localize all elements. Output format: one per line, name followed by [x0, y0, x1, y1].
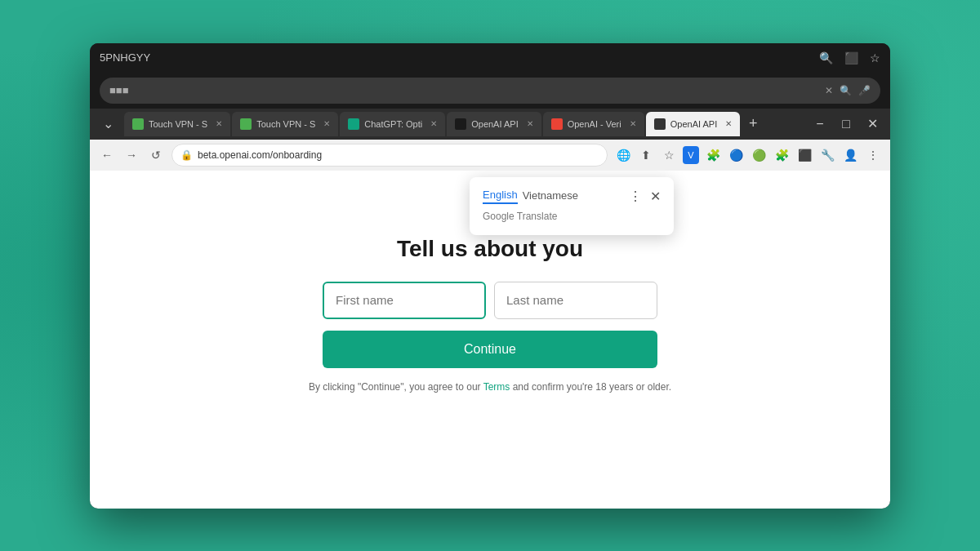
- cast-icon[interactable]: ⬛: [844, 51, 858, 64]
- translate-close-icon[interactable]: ✕: [650, 189, 661, 204]
- tab-label-3: ChatGPT: Opti: [364, 119, 422, 129]
- extension-4-icon[interactable]: 🧩: [773, 146, 791, 164]
- tab-gmail[interactable]: OpenAI - Veri ✕: [543, 112, 644, 136]
- tab-close-6[interactable]: ✕: [725, 119, 732, 128]
- extension-2-icon[interactable]: 🔵: [727, 146, 745, 164]
- tab-openai-api-1[interactable]: OpenAI API ✕: [447, 112, 541, 136]
- maximize-btn[interactable]: □: [835, 113, 858, 136]
- tab-openai-api-active[interactable]: OpenAI API ✕: [646, 112, 740, 136]
- tab-label-4: OpenAI API: [471, 119, 518, 129]
- tab-favicon-vpn-1: [132, 118, 144, 130]
- system-bar-icons: 🔍 ⬛ ☆: [819, 51, 880, 64]
- star-icon[interactable]: ☆: [660, 146, 678, 164]
- reload-icon[interactable]: ↺: [147, 146, 165, 164]
- tab-touch-vpn-1[interactable]: Touch VPN - S ✕: [124, 112, 230, 136]
- terms-text: By clicking "Continue", you agree to our…: [309, 380, 671, 395]
- tab-label-2: Touch VPN - S: [256, 119, 315, 129]
- name-fields: [323, 282, 657, 319]
- tab-chevron-btn[interactable]: ⌄: [96, 113, 119, 136]
- translate-icon[interactable]: 🌐: [614, 146, 632, 164]
- puzzle-icon[interactable]: 🔧: [818, 146, 836, 164]
- extension-1-icon[interactable]: 🧩: [704, 146, 722, 164]
- lock-icon: 🔒: [180, 149, 193, 161]
- translate-brand: Google Translate: [483, 211, 661, 222]
- terms-prefix: By clicking "Continue", you agree to our: [309, 381, 483, 393]
- tab-close-5[interactable]: ✕: [630, 119, 636, 128]
- tab-favicon-vpn-2: [240, 118, 252, 130]
- continue-button[interactable]: Continue: [323, 331, 657, 368]
- translate-popup: English Vietnamese ⋮ ✕ Google Translate: [470, 177, 674, 235]
- tabs-row: ⌄ Touch VPN - S ✕ Touch VPN - S ✕ ChatGP…: [90, 109, 890, 140]
- translate-tab-vietnamese[interactable]: Vietnamese: [523, 189, 578, 203]
- url-bar[interactable]: 🔒 beta.openai.com/onboarding: [172, 144, 608, 167]
- translate-options-icon[interactable]: ⋮: [629, 189, 642, 204]
- search-icon[interactable]: 🔍: [819, 51, 833, 64]
- tab-favicon-gmail: [551, 118, 563, 130]
- last-name-input[interactable]: [494, 282, 657, 319]
- minimize-btn[interactable]: −: [808, 113, 831, 136]
- tab-close-1[interactable]: ✕: [216, 119, 222, 128]
- tab-chatgpt[interactable]: ChatGPT: Opti ✕: [340, 112, 445, 136]
- tab-label-6: OpenAI API: [670, 119, 717, 129]
- new-tab-button[interactable]: +: [742, 113, 764, 136]
- terms-link[interactable]: Terms: [483, 381, 510, 393]
- tab-close-4[interactable]: ✕: [527, 119, 533, 128]
- search-address-icon[interactable]: 🔍: [840, 85, 852, 96]
- system-bar: 5PNHGYY 🔍 ⬛ ☆: [90, 43, 890, 73]
- translate-header: English Vietnamese ⋮ ✕: [483, 189, 661, 204]
- tab-favicon-openai-1: [455, 118, 466, 130]
- account-icon[interactable]: 👤: [841, 146, 859, 164]
- shield-icon[interactable]: V: [683, 146, 699, 164]
- address-text: ■■■: [109, 84, 818, 96]
- first-name-input[interactable]: [323, 282, 486, 319]
- tab-close-3[interactable]: ✕: [430, 119, 437, 128]
- extension-3-icon[interactable]: 🟢: [750, 146, 768, 164]
- toolbar-icons-right: 🌐 ⬆ ☆ V 🧩 🔵 🟢 🧩 ⬛ 🔧 👤 ⋮: [614, 146, 882, 164]
- back-icon[interactable]: ←: [98, 146, 116, 164]
- share-icon[interactable]: ⬆: [637, 146, 655, 164]
- tab-favicon-openai-active: [654, 118, 666, 130]
- browser-toolbar: ← → ↺ 🔒 beta.openai.com/onboarding 🌐 ⬆ ☆…: [90, 140, 890, 171]
- mic-icon[interactable]: 🎤: [858, 85, 871, 96]
- translate-tab-english[interactable]: English: [483, 189, 518, 204]
- tab-favicon-chatgpt: [348, 118, 359, 130]
- close-address-icon[interactable]: ✕: [825, 85, 833, 96]
- tab-nav-right: − □ ✕: [808, 113, 884, 136]
- page-title: Tell us about you: [397, 236, 583, 262]
- tab-label-5: OpenAI - Veri: [568, 119, 621, 129]
- tab-label-1: Touch VPN - S: [149, 119, 207, 129]
- bookmark-icon[interactable]: ☆: [870, 51, 880, 64]
- browser-window: 5PNHGYY 🔍 ⬛ ☆ ■■■ ✕ 🔍 🎤 ⌄ Touch VPN - S …: [90, 43, 890, 509]
- tab-touch-vpn-2[interactable]: Touch VPN - S ✕: [232, 112, 338, 136]
- tab-nav-left: ⌄: [96, 113, 119, 136]
- address-bar-row: ■■■ ✕ 🔍 🎤: [90, 73, 890, 109]
- tab-close-2[interactable]: ✕: [323, 119, 330, 128]
- page-content: English Vietnamese ⋮ ✕ Google Translate …: [90, 171, 890, 509]
- menu-icon[interactable]: ⋮: [864, 146, 882, 164]
- forward-icon[interactable]: →: [122, 146, 140, 164]
- terms-suffix: and confirm you're 18 years or older.: [510, 381, 671, 393]
- close-btn[interactable]: ✕: [861, 113, 884, 136]
- url-text: beta.openai.com/onboarding: [198, 149, 322, 161]
- extension-5-icon[interactable]: ⬛: [795, 146, 813, 164]
- address-search-bar[interactable]: ■■■ ✕ 🔍 🎤: [100, 78, 880, 104]
- system-bar-title: 5PNHGYY: [100, 51, 150, 64]
